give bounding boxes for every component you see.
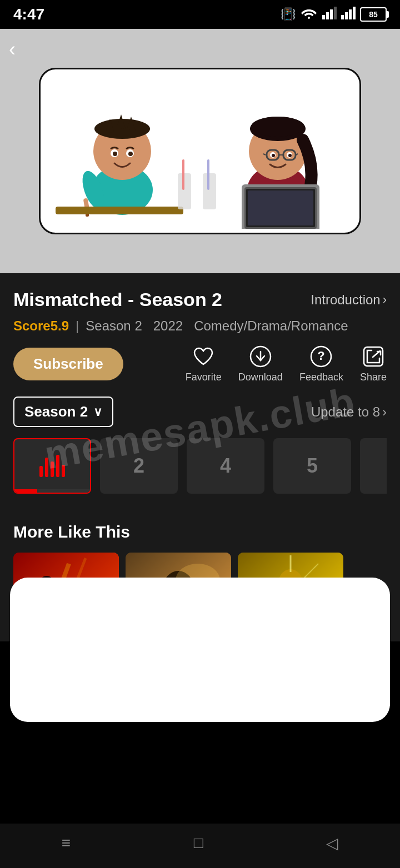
dark-bottom xyxy=(0,722,400,833)
episode-item[interactable]: 5 xyxy=(273,438,351,494)
bar-5 xyxy=(62,465,65,477)
battery-icon: 85 xyxy=(360,7,387,22)
page-wrapper: 4:47 📳 xyxy=(0,0,400,868)
divider: | xyxy=(76,318,79,334)
episode-progress-bar xyxy=(14,489,37,493)
svg-point-38 xyxy=(272,154,275,157)
bar-3 xyxy=(51,461,54,477)
overlay-card xyxy=(10,578,390,722)
nav-back-button[interactable]: ◁ xyxy=(326,834,338,852)
nav-menu-button[interactable]: ≡ xyxy=(62,834,71,852)
signal-icon-2 xyxy=(341,6,356,23)
meta-row: Score5.9 | Season 2 2022 Comedy/Drama/Ro… xyxy=(13,318,387,334)
svg-rect-1 xyxy=(322,15,325,19)
svg-point-39 xyxy=(288,154,292,157)
episode-item[interactable]: 2 xyxy=(100,438,178,494)
download-label: Download xyxy=(238,372,283,383)
main-content: Mismatched - Season 2 Introduction › Sco… xyxy=(0,273,400,523)
svg-rect-26 xyxy=(207,159,209,190)
svg-point-17 xyxy=(113,152,117,156)
episode-progress xyxy=(14,489,90,493)
feedback-action[interactable]: ? Feedback xyxy=(299,345,343,383)
heart-icon xyxy=(192,345,215,368)
episode-bars xyxy=(39,455,65,477)
time-display: 4:47 xyxy=(13,6,44,23)
icon-actions-group: Favorite Download ? xyxy=(186,345,387,383)
show-artwork xyxy=(39,68,361,234)
share-action[interactable]: Share xyxy=(360,345,387,383)
show-title: Mismatched - Season 2 xyxy=(13,289,222,310)
svg-rect-5 xyxy=(341,15,344,19)
bottom-nav: ≡ □ ◁ xyxy=(0,824,400,868)
introduction-link[interactable]: Introduction › xyxy=(311,292,387,308)
feedback-label: Feedback xyxy=(299,372,343,383)
actions-row: Subscribe Favorite Download xyxy=(13,345,387,383)
signal-icon-1 xyxy=(322,6,337,23)
svg-rect-4 xyxy=(334,7,337,19)
title-row: Mismatched - Season 2 Introduction › xyxy=(13,289,387,310)
status-icons: 📳 xyxy=(281,6,387,23)
favorite-label: Favorite xyxy=(186,372,222,383)
favorite-action[interactable]: Favorite xyxy=(186,345,222,383)
share-icon xyxy=(362,345,385,368)
episode-item[interactable]: 6 xyxy=(360,438,387,494)
svg-rect-2 xyxy=(326,12,329,19)
svg-rect-8 xyxy=(353,7,356,19)
svg-rect-45 xyxy=(248,190,313,225)
svg-rect-25 xyxy=(182,159,184,190)
feedback-icon: ? xyxy=(309,345,333,368)
download-action[interactable]: Download xyxy=(238,345,283,383)
hero-section: ‹ xyxy=(0,29,400,273)
score-value: Score5.9 xyxy=(13,318,69,334)
svg-rect-6 xyxy=(345,12,348,19)
bar-1 xyxy=(39,466,43,477)
bar-2 xyxy=(45,458,48,477)
subscribe-button[interactable]: Subscribe xyxy=(13,348,123,380)
download-icon xyxy=(249,345,272,368)
show-meta: Season 2 2022 Comedy/Drama/Romance xyxy=(86,318,348,334)
intro-chevron-icon: › xyxy=(383,293,387,307)
update-info: Update to 8 › xyxy=(311,404,387,420)
back-button[interactable]: ‹ xyxy=(9,38,16,61)
update-chevron-icon: › xyxy=(382,404,387,420)
wifi-icon xyxy=(300,6,318,23)
status-bar: 4:47 📳 xyxy=(0,0,400,29)
season-row: Season 2 ∨ Update to 8 › xyxy=(13,397,387,427)
svg-point-30 xyxy=(251,117,304,137)
share-label: Share xyxy=(360,372,387,383)
episode-list: 2 4 5 6 xyxy=(13,438,387,494)
svg-rect-22 xyxy=(56,207,183,214)
svg-point-18 xyxy=(128,152,133,156)
bar-4 xyxy=(56,455,59,477)
svg-point-0 xyxy=(308,17,310,19)
svg-text:?: ? xyxy=(318,349,325,363)
episode-item[interactable]: 4 xyxy=(187,438,264,494)
episode-item[interactable] xyxy=(13,438,91,494)
chevron-down-icon: ∨ xyxy=(93,405,102,419)
season-selector[interactable]: Season 2 ∨ xyxy=(13,397,113,427)
nav-home-button[interactable]: □ xyxy=(194,834,203,852)
more-section-title: More Like This xyxy=(13,523,387,541)
svg-rect-3 xyxy=(330,9,333,19)
vibrate-icon: 📳 xyxy=(281,7,296,22)
svg-rect-7 xyxy=(349,9,352,19)
